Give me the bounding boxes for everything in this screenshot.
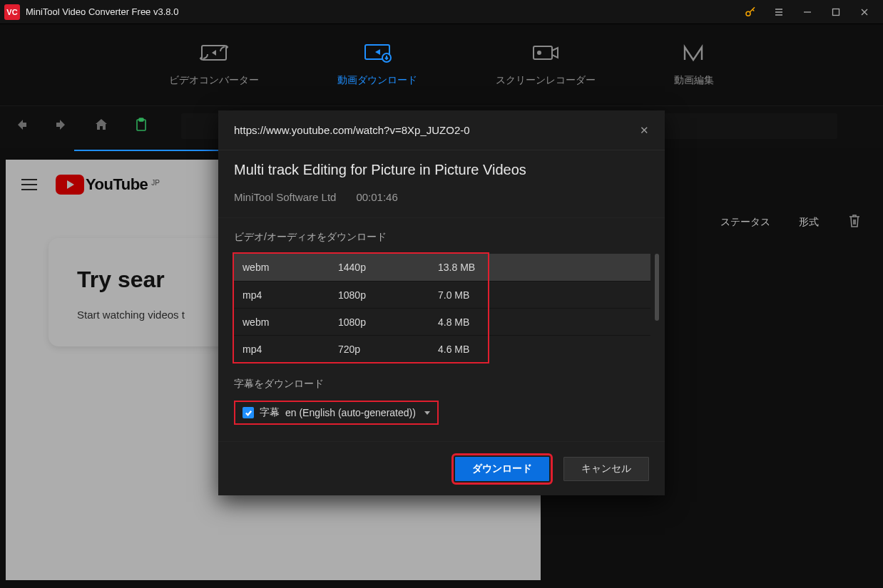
- hamburger-menu-icon[interactable]: [765, 0, 793, 24]
- close-window-button[interactable]: [850, 0, 879, 24]
- minimize-button[interactable]: [793, 0, 822, 24]
- scrollbar-thumb[interactable]: [655, 254, 659, 321]
- svg-rect-5: [534, 46, 552, 59]
- nav-paste-icon[interactable]: [134, 118, 148, 135]
- tab-video-converter[interactable]: ビデオコンバーター: [169, 43, 259, 87]
- tab-video-download[interactable]: 動画ダウンロード: [337, 43, 417, 87]
- format-row[interactable]: mp4 1080p 7.0 MB: [234, 281, 650, 308]
- video-author: MiniTool Software Ltd: [234, 191, 336, 203]
- cancel-button[interactable]: キャンセル: [563, 457, 649, 481]
- license-key-icon[interactable]: [736, 0, 765, 24]
- svg-rect-1: [833, 9, 839, 15]
- section-download-label: ビデオ/オーディオをダウンロード: [234, 231, 658, 244]
- svg-rect-8: [139, 118, 143, 121]
- titlebar: VC MiniTool Video Converter Free v3.8.0: [0, 0, 883, 24]
- svg-point-6: [537, 51, 541, 55]
- main-tabs: ビデオコンバーター 動画ダウンロード スクリーンレコーダー 動画編集: [0, 24, 883, 106]
- nav-forward-icon[interactable]: [54, 118, 68, 135]
- format-row[interactable]: webm 1440p 13.8 MB: [234, 254, 650, 281]
- app-title: MiniTool Video Converter Free v3.8.0: [26, 6, 178, 17]
- dialog-footer: ダウンロード キャンセル: [218, 441, 665, 495]
- dialog-close-icon[interactable]: ✕: [640, 124, 649, 137]
- video-duration: 00:01:46: [356, 191, 397, 203]
- subtitle-value: en (English (auto-generated)): [285, 407, 416, 418]
- format-row[interactable]: webm 1080p 4.8 MB: [234, 308, 650, 335]
- download-dialog: https://www.youtube.com/watch?v=8Xp_JUZO…: [218, 110, 665, 495]
- download-button[interactable]: ダウンロード: [455, 457, 549, 481]
- subtitle-checkbox[interactable]: [243, 407, 254, 418]
- tab-label: 動画編集: [674, 74, 714, 87]
- col-format: 形式: [799, 216, 819, 229]
- app-icon: VC: [4, 4, 20, 20]
- col-status: ステータス: [720, 216, 770, 229]
- tab-label: 動画ダウンロード: [337, 74, 417, 87]
- format-table: webm 1440p 13.8 MB mp4 1080p 7.0 MB webm…: [234, 254, 650, 362]
- tab-video-edit[interactable]: 動画編集: [674, 43, 714, 87]
- tab-screen-recorder[interactable]: スクリーンレコーダー: [496, 43, 596, 87]
- chevron-down-icon: [424, 411, 430, 415]
- tab-label: ビデオコンバーター: [169, 74, 259, 87]
- trash-icon[interactable]: [847, 213, 862, 231]
- subtitle-label: 字幕: [260, 406, 280, 419]
- section-subtitle-label: 字幕をダウンロード: [234, 378, 658, 391]
- nav-home-icon[interactable]: [94, 118, 108, 135]
- svg-point-0: [746, 11, 750, 16]
- subtitle-selector[interactable]: 字幕 en (English (auto-generated)): [234, 401, 439, 425]
- nav-back-icon[interactable]: [14, 118, 29, 135]
- dialog-url: https://www.youtube.com/watch?v=8Xp_JUZO…: [234, 124, 640, 136]
- video-title: Multi track Editing for Picture in Pictu…: [234, 162, 649, 178]
- tab-label: スクリーンレコーダー: [496, 74, 596, 87]
- downloads-column-headers: ステータス 形式: [720, 213, 862, 231]
- dialog-header: Multi track Editing for Picture in Pictu…: [218, 150, 665, 218]
- maximize-button[interactable]: [822, 0, 850, 24]
- dialog-url-row: https://www.youtube.com/watch?v=8Xp_JUZO…: [218, 110, 665, 150]
- format-row[interactable]: mp4 720p 4.6 MB: [234, 335, 650, 362]
